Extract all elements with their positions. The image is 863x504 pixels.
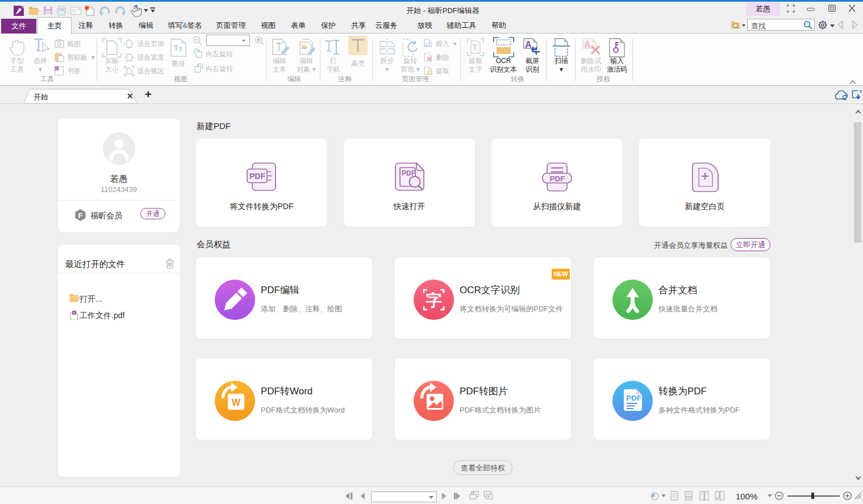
- svg-text:T: T: [179, 47, 182, 53]
- svg-text:PDF: PDF: [249, 172, 265, 181]
- svg-text:F: F: [78, 211, 83, 220]
- svg-text:A: A: [525, 40, 532, 49]
- svg-text:W: W: [232, 398, 241, 407]
- svg-text:字: 字: [426, 291, 442, 309]
- svg-text:T: T: [174, 44, 178, 52]
- svg-text:PDF: PDF: [550, 174, 565, 183]
- svg-text:PDF: PDF: [626, 394, 641, 402]
- svg-text:A: A: [584, 40, 591, 49]
